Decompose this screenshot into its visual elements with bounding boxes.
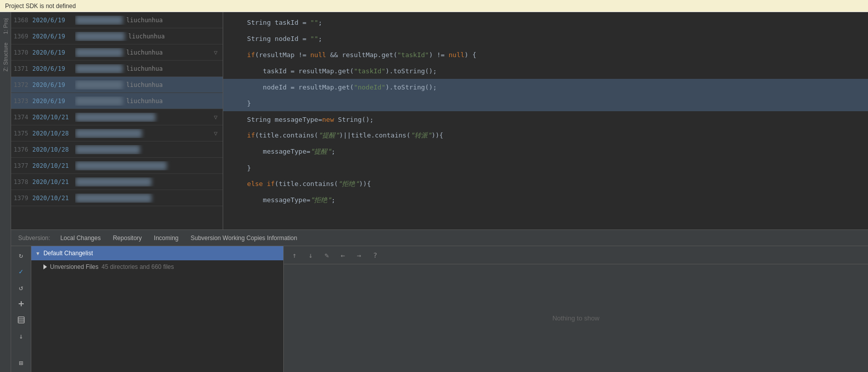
code-line-9: messageType="提醒"; (223, 144, 868, 160)
left-toolbar: ↻ ✓ ↺ ↓ ⊞ (11, 246, 31, 372)
content-area: 1368 2020/6/19 liuchunhua 1369 2020/6/19… (11, 12, 868, 372)
add-button[interactable] (14, 297, 28, 311)
tab-repository[interactable]: Repository (108, 232, 146, 244)
svg-rect-2 (18, 317, 24, 323)
sidebar-label-structure: Z: Structure (3, 42, 9, 71)
annotation-row-1368: 1368 2020/6/19 liuchunhua (11, 12, 223, 28)
tab-working-copies[interactable]: Subversion Working Copies Information (186, 232, 302, 244)
layout-button[interactable]: ⊞ (14, 356, 28, 370)
tab-incoming[interactable]: Incoming (149, 232, 184, 244)
forward-button[interactable]: → (352, 249, 366, 262)
code-line-4: taskId = resultMap.get("taskId").toStrin… (223, 63, 868, 79)
diff-button[interactable] (14, 313, 28, 327)
changelist-name: Default Changelist (43, 250, 93, 257)
bottom-content: ↻ ✓ ↺ ↓ ⊞ ▼ Default Changel (11, 246, 868, 372)
code-line-2: String nodeId = ""; (223, 30, 868, 46)
annotation-row-1377: 1377 2020/10/21 (11, 158, 223, 174)
annotation-panel: 1368 2020/6/19 liuchunhua 1369 2020/6/19… (11, 12, 223, 229)
code-line-8: if(title.contains("提醒")||title.contains(… (223, 127, 868, 144)
check-button[interactable]: ✓ (14, 264, 28, 278)
refresh-button[interactable]: ↻ (14, 248, 28, 262)
detail-panel: ↑ ↓ ✎ ← → ? Nothing to show (284, 246, 868, 372)
bottom-panel: Subversion: Local Changes Repository Inc… (11, 229, 868, 372)
annotation-row-1376: 1376 2020/10/28 (11, 142, 223, 158)
code-content: String taskId = ""; String nodeId = ""; … (223, 12, 868, 229)
annotation-row-1375: 1375 2020/10/28 ▽ (11, 125, 223, 142)
annotation-row-1373: 1373 2020/6/19 liuchunhua (11, 93, 223, 109)
help-button[interactable]: ? (369, 249, 382, 262)
detail-toolbar: ↑ ↓ ✎ ← → ? (284, 246, 868, 264)
file-count: 45 directories and 660 files (101, 263, 174, 270)
changelist-row[interactable]: ▼ Default Changelist (31, 246, 283, 260)
undo-button[interactable]: ↺ (14, 281, 28, 295)
annotation-row-1374: 1374 2020/10/21 ▽ (11, 109, 223, 125)
code-line-6: } (223, 95, 868, 111)
code-line-12: messageType="拒绝"; (223, 192, 868, 208)
code-line-3: if(resultMap != null && resultMap.get("t… (223, 46, 868, 63)
code-line-1: String taskId = ""; (223, 14, 868, 30)
back-button[interactable]: ← (336, 249, 349, 262)
tab-local-changes[interactable]: Local Changes (55, 232, 106, 244)
warning-text: Project SDK is not defined (5, 3, 76, 10)
svg-rect-1 (19, 303, 24, 304)
tab-section-label: Subversion: (15, 235, 53, 242)
nothing-to-show-label: Nothing to show (552, 314, 599, 322)
file-panel: ▼ Default Changelist Unversioned Files 4… (31, 246, 284, 372)
code-line-11: else if(title.contains("拒绝")){ (223, 176, 868, 192)
tab-bar: Subversion: Local Changes Repository Inc… (11, 230, 868, 246)
annotation-row-1370: 1370 2020/6/19 liuchunhua ▽ (11, 44, 223, 61)
warning-bar: Project SDK is not defined (0, 0, 868, 12)
code-line-7: String messageType=new String(); (223, 111, 868, 127)
download-button[interactable]: ↓ (14, 329, 28, 343)
file-name: Unversioned Files (50, 263, 98, 270)
detail-content: Nothing to show (284, 264, 868, 372)
top-section: 1368 2020/6/19 liuchunhua 1369 2020/6/19… (11, 12, 868, 229)
code-line-5: nodeId = resultMap.get("nodeId").toStrin… (223, 79, 868, 95)
code-editor: String taskId = ""; String nodeId = ""; … (223, 12, 868, 229)
expand-icon (43, 264, 47, 269)
left-sidebar: 1: Proj Z: Structure (0, 12, 11, 372)
annotation-row-1379: 1379 2020/10/21 (11, 190, 223, 206)
up-button[interactable]: ↑ (288, 249, 301, 262)
file-row-unversioned[interactable]: Unversioned Files 45 directories and 660… (31, 260, 283, 273)
sidebar-label-proj: 1: Proj (3, 18, 9, 34)
annotation-row-1372: 1372 2020/6/19 liuchunhua (11, 77, 223, 93)
edit-button[interactable]: ✎ (320, 249, 333, 262)
annotation-row-1371: 1371 2020/6/19 liuchunhua (11, 61, 223, 77)
changelist-icon: ▼ (35, 251, 40, 256)
annotation-row-1369: 1369 2020/6/19 liuchunhua (11, 28, 223, 44)
annotation-row-1378: 1378 2020/10/21 (11, 174, 223, 190)
code-line-10: } (223, 160, 868, 176)
down-button[interactable]: ↓ (304, 249, 317, 262)
